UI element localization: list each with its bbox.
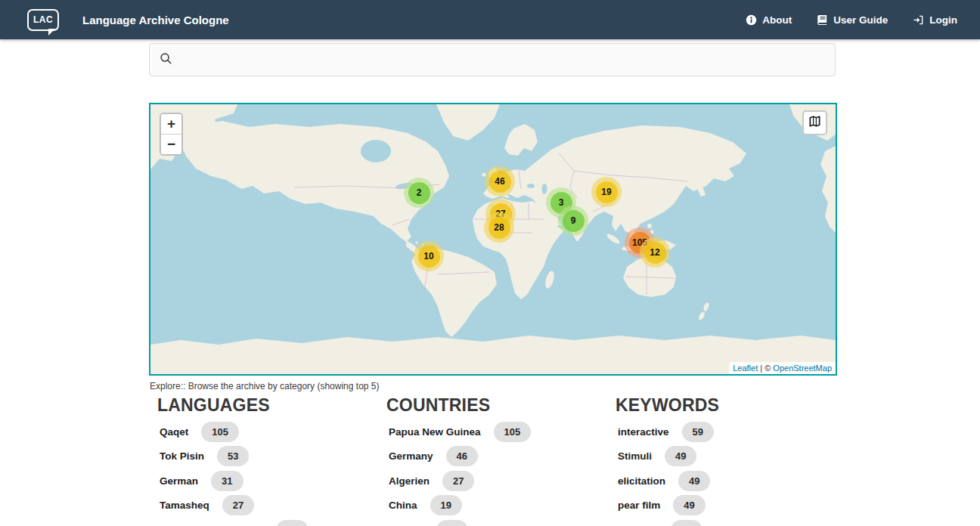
category-item-count-badge: 16	[436, 520, 468, 526]
cluster-count: 46	[489, 171, 511, 193]
category-item-count-badge: 49	[673, 495, 705, 515]
category-column-languages: LANGUAGESQaqet105Tok Pisin53German31Tama…	[149, 394, 378, 526]
map-layers-button[interactable]	[802, 110, 827, 135]
map[interactable]: 246272839191051210 + − Leaflet | © OpenS…	[149, 103, 837, 376]
lac-logo: LAC	[27, 9, 59, 31]
category-item-count-badge: 49	[671, 520, 702, 526]
category-item-count-badge: 59	[682, 422, 714, 442]
cluster-count: 9	[563, 210, 585, 232]
brand-home-link[interactable]: LAC	[27, 9, 59, 31]
nav-user-guide[interactable]: User Guide	[817, 14, 888, 26]
nav-login[interactable]: Login	[913, 14, 957, 26]
nav-login-label: Login	[929, 14, 957, 26]
map-cluster-marker[interactable]: 19	[591, 177, 622, 207]
category-item-label: German	[160, 475, 198, 487]
category-title-languages: LANGUAGES	[157, 395, 378, 416]
category-item-count-badge: 27	[222, 495, 254, 515]
category-item[interactable]: Germany46	[378, 444, 607, 469]
map-cluster-layer: 246272839191051210	[150, 104, 836, 374]
search-icon	[160, 52, 172, 68]
info-icon	[746, 14, 757, 26]
category-item-label: interactive	[618, 426, 669, 438]
category-item-label: pear film	[618, 500, 660, 511]
category-item-label: Papua New Guinea	[389, 426, 481, 438]
category-item[interactable]: elicitation49	[607, 469, 857, 494]
category-item-label: Stimuli	[618, 450, 652, 462]
attribution-separator: | ©	[758, 364, 773, 373]
category-column-keywords: KEYWORDSinteractive59Stimuli49elicitatio…	[607, 394, 857, 526]
explore-columns: LANGUAGESQaqet105Tok Pisin53German31Tama…	[149, 394, 875, 526]
search-input[interactable]	[179, 53, 826, 67]
category-item-count-badge: 105	[201, 422, 239, 442]
cluster-count: 28	[488, 217, 510, 239]
explore-section: Explore:: Browse the archive by category…	[149, 381, 875, 526]
category-item[interactable]: China19	[378, 494, 607, 518]
category-item[interactable]: Peripheral Mongolian19	[149, 518, 378, 526]
category-item[interactable]: German31	[149, 469, 378, 494]
cluster-count: 19	[596, 181, 618, 203]
category-item-label: China	[389, 500, 417, 511]
category-item[interactable]: interactive59	[607, 419, 857, 444]
category-item-count-badge: 49	[678, 471, 710, 491]
category-item-label: Tok Pisin	[160, 450, 204, 462]
map-attribution: Leaflet | © OpenStreetMap	[729, 362, 836, 374]
category-item[interactable]: Tok Pisin53	[149, 444, 378, 469]
category-item[interactable]: Papua New Guinea105	[378, 419, 607, 444]
map-cluster-marker[interactable]: 2	[404, 178, 434, 208]
category-item-count-badge: 46	[446, 446, 478, 466]
page-title: Language Archive Cologne	[82, 14, 229, 26]
category-item[interactable]: Tamasheq27	[149, 494, 378, 518]
category-item-label: Algerien	[389, 475, 430, 487]
category-item-label: Tamasheq	[160, 500, 209, 511]
category-item[interactable]: Stimuli49	[607, 444, 857, 469]
category-column-countries: COUNTRIESPapua New Guinea105Germany46Alg…	[378, 394, 607, 526]
map-zoom-control: + −	[160, 113, 183, 156]
top-nav: About User Guide Login	[746, 14, 957, 26]
category-title-countries: COUNTRIES	[386, 395, 607, 416]
category-item[interactable]: Nigeria16	[378, 518, 607, 526]
book-icon	[817, 14, 828, 26]
map-cluster-marker[interactable]: 28	[484, 212, 514, 243]
logo-text: LAC	[33, 14, 53, 25]
zoom-out-button[interactable]: −	[161, 135, 181, 154]
nav-user-guide-label: User Guide	[833, 14, 888, 26]
category-item-count-badge: 49	[665, 446, 696, 466]
category-item-count-badge: 19	[430, 495, 462, 515]
category-item-count-badge: 27	[442, 471, 474, 491]
cluster-count: 10	[418, 246, 440, 268]
map-layers-icon	[808, 115, 821, 131]
nav-about-label: About	[762, 14, 792, 26]
category-item-label: Qaqet	[160, 426, 188, 438]
login-icon	[913, 14, 924, 26]
openstreetmap-link[interactable]: OpenStreetMap	[773, 364, 832, 373]
category-title-keywords: KEYWORDS	[616, 395, 857, 416]
explore-note: Explore:: Browse the archive by category…	[150, 381, 875, 391]
category-item-label: elicitation	[618, 475, 665, 487]
app-header: LAC Language Archive Cologne About User …	[0, 0, 980, 39]
category-item[interactable]: pear film49	[607, 494, 857, 518]
category-item-count-badge: 53	[217, 446, 249, 466]
category-item-count-badge: 19	[276, 520, 308, 526]
map-cluster-marker[interactable]: 10	[414, 241, 444, 271]
category-item-count-badge: 105	[494, 422, 532, 442]
cluster-count: 2	[408, 182, 430, 204]
map-cluster-marker[interactable]: 12	[640, 237, 670, 268]
nav-about[interactable]: About	[746, 14, 792, 26]
cluster-count: 12	[644, 242, 666, 264]
leaflet-link[interactable]: Leaflet	[733, 364, 758, 373]
category-item-count-badge: 31	[211, 471, 243, 491]
search-bar	[149, 43, 836, 76]
category-item[interactable]: retelling49	[607, 518, 857, 526]
category-item[interactable]: Algerien27	[378, 469, 607, 494]
map-cluster-marker[interactable]: 46	[485, 166, 515, 196]
category-item-label: Germany	[389, 450, 433, 462]
category-item[interactable]: Qaqet105	[149, 419, 378, 444]
map-cluster-marker[interactable]: 9	[558, 206, 588, 236]
zoom-in-button[interactable]: +	[161, 114, 181, 135]
